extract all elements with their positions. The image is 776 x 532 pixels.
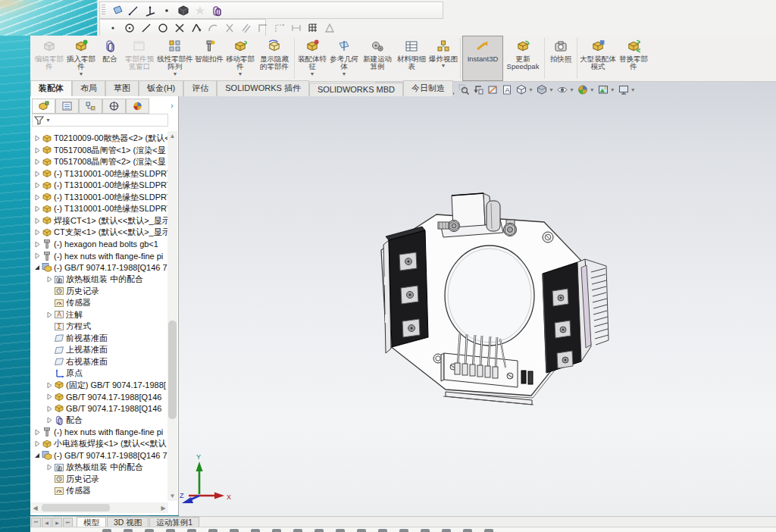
expand-arrow-icon[interactable] xyxy=(45,393,53,400)
display-style-icon[interactable]: ▼ xyxy=(536,83,555,96)
section-view-icon[interactable] xyxy=(487,83,499,96)
grid-icon[interactable] xyxy=(305,20,321,35)
dropdown-caret-icon[interactable]: ▼ xyxy=(569,87,574,92)
ribbon-button-move-component[interactable]: 移动零部件 ▼ xyxy=(224,36,256,81)
model-tab-模型[interactable]: 模型 xyxy=(77,517,106,527)
tab-装配体[interactable]: 装配体 xyxy=(30,80,72,96)
expand-arrow-icon[interactable] xyxy=(33,158,41,165)
scroll-left-icon[interactable]: ◀ xyxy=(30,502,40,513)
ribbon-button-new-motion-study[interactable]: 新建运动算例 xyxy=(360,36,395,81)
tree-item[interactable]: 小电路板焊接<1> (默认<<默认 xyxy=(30,438,168,450)
expand-arrow-icon[interactable] xyxy=(45,276,53,283)
expand-arrow-icon[interactable] xyxy=(33,252,41,259)
tab-SOLIDWORKS 插件[interactable]: SOLIDWORKS 插件 xyxy=(217,80,309,96)
dropdown-caret-icon[interactable]: ▼ xyxy=(528,87,534,92)
taskbar-icon[interactable] xyxy=(378,529,387,532)
tree-filter-bar[interactable]: ▼ xyxy=(32,114,168,127)
tree-item[interactable]: 传感器 xyxy=(30,485,168,497)
expand-arrow-icon[interactable] xyxy=(33,440,41,447)
ribbon-button-mate[interactable]: 配合 xyxy=(97,36,123,81)
dropdown-caret-icon[interactable]: ▼ xyxy=(342,72,347,77)
expand-arrow-icon[interactable] xyxy=(45,417,53,424)
taskbar-icon[interactable] xyxy=(166,529,175,532)
tree-item[interactable]: T0210009-00散热器<2> (默认< xyxy=(30,133,168,145)
edit-appearance-icon[interactable]: ▼ xyxy=(577,83,596,96)
previous-view-icon[interactable] xyxy=(472,83,485,96)
dropdown-caret-icon[interactable]: ▼ xyxy=(590,87,595,92)
ribbon-button-assembly-features[interactable]: 装配体特征 ▼ xyxy=(296,36,328,81)
taskbar-icon[interactable] xyxy=(230,529,239,532)
tab-今日制造[interactable]: 今日制造 xyxy=(403,80,453,96)
expand-arrow-icon[interactable] xyxy=(33,229,41,236)
tree-item[interactable]: 焊接CT<1> (默认<<默认>_显示 xyxy=(30,215,168,227)
dropdown-caret-icon[interactable]: ▼ xyxy=(238,72,243,77)
taskbar-icon[interactable] xyxy=(314,529,324,532)
dropdown-caret-icon[interactable]: ▼ xyxy=(630,87,636,92)
expand-arrow-icon[interactable] xyxy=(33,171,41,177)
tree-item[interactable]: 放热板组装 中的配合 xyxy=(30,462,168,474)
tree-item[interactable]: (-) hex nuts with flange-fine pi xyxy=(30,250,168,262)
dropdown-caret-icon[interactable]: ▼ xyxy=(310,72,315,77)
collapse-arrow-icon[interactable] xyxy=(33,452,41,458)
taskbar-icon[interactable] xyxy=(208,529,217,532)
taskbar-icon[interactable] xyxy=(442,529,451,532)
tab-草图[interactable]: 草图 xyxy=(105,80,139,96)
expand-arrow-icon[interactable] xyxy=(45,464,53,471)
expand-arrow-icon[interactable] xyxy=(45,382,53,389)
expand-arrow-icon[interactable] xyxy=(45,311,53,318)
taskbar-icon[interactable] xyxy=(293,529,302,532)
tree-item[interactable]: (-) hexagon head bolts gb<1 xyxy=(30,239,168,251)
tree-item[interactable]: (-) hex nuts with flange-fine pi xyxy=(30,427,168,439)
tree-item[interactable]: T0517008晶闸管<1> (渲染<显 xyxy=(30,145,168,157)
tab-布局[interactable]: 布局 xyxy=(72,80,105,96)
tree-item[interactable]: A 注解 xyxy=(30,309,168,321)
tree-item[interactable]: T0517008晶闸管<2> (渲染<显 xyxy=(30,156,168,168)
tree-item[interactable]: 配合 xyxy=(30,415,168,427)
filter-caret-icon[interactable]: ▼ xyxy=(45,117,51,123)
scrollbar-thumb[interactable] xyxy=(42,504,110,512)
triad-icon[interactable] xyxy=(142,3,158,17)
tree-item[interactable]: 放热板组装 中的配合 xyxy=(30,274,168,286)
model-left-module[interactable] xyxy=(383,227,428,353)
ribbon-button-smart-fasteners[interactable]: 智能扣件 xyxy=(194,36,224,81)
taskbar-icon[interactable] xyxy=(145,529,154,532)
tree-item[interactable]: (-) T1310001-00绝缘垫SLDPRT xyxy=(30,203,168,215)
scroll-right-icon[interactable]: ▶ xyxy=(158,502,168,513)
angle-lines-icon[interactable] xyxy=(188,20,205,35)
expand-arrow-icon[interactable] xyxy=(33,182,41,189)
taskbar-icon[interactable] xyxy=(336,529,345,532)
tree-item[interactable]: 原点 xyxy=(30,368,168,380)
dropdown-caret-icon[interactable]: ▼ xyxy=(549,87,554,92)
ribbon-button-update-speedpak[interactable]: 更新 Speedpak xyxy=(503,36,543,81)
tree-item[interactable]: (-) T1310001-00绝缘垫SLDPRT xyxy=(30,192,168,204)
model-center-hole[interactable] xyxy=(445,246,534,346)
tab-SOLIDWORKS MBD[interactable]: SOLIDWORKS MBD xyxy=(309,83,403,96)
tree-item[interactable]: Σ 方程式 xyxy=(30,321,168,333)
circle-center-icon[interactable] xyxy=(121,20,138,35)
tree-item[interactable]: CT支架<1> (默认<<默认>_显示 xyxy=(30,227,168,239)
taskbar-icon[interactable] xyxy=(463,529,472,532)
model-heatsink[interactable] xyxy=(577,259,609,361)
taskbar-icon[interactable] xyxy=(272,529,281,532)
dropdown-caret-icon[interactable]: ▼ xyxy=(173,72,178,77)
tree-item[interactable]: GB/T 9074.17-1988[Q146 xyxy=(30,403,168,415)
sketch-line-icon[interactable] xyxy=(125,3,142,17)
tree-item[interactable]: 传感器 xyxy=(30,297,168,309)
taskbar-icon[interactable] xyxy=(124,529,133,532)
ribbon-button-linear-pattern[interactable]: 线性零部件阵列 ▼ xyxy=(156,36,194,81)
point-icon[interactable] xyxy=(158,3,175,17)
expand-arrow-icon[interactable] xyxy=(45,405,53,412)
apply-scene-icon[interactable]: ▼ xyxy=(597,83,616,96)
ribbon-button-show-hidden-components[interactable]: 显示隐藏的零部件 xyxy=(256,36,293,81)
dropdown-caret-icon[interactable]: ▼ xyxy=(610,87,615,92)
ribbon-button-exploded-view[interactable]: 爆炸视图 ▼ xyxy=(428,36,458,81)
view-settings-icon[interactable]: ▼ xyxy=(618,83,637,96)
dropdown-caret-icon[interactable]: ▼ xyxy=(79,72,84,77)
point-icon[interactable] xyxy=(105,20,121,35)
expand-arrow-icon[interactable] xyxy=(33,194,41,201)
panel-overflow-button[interactable]: › xyxy=(167,99,177,112)
collapse-arrow-icon[interactable] xyxy=(33,264,41,271)
tree-item[interactable]: (-) GB/T 9074.17-1988[Q146 7 xyxy=(30,450,168,462)
model-right-module[interactable] xyxy=(543,262,581,373)
annotation-view-icon[interactable]: A xyxy=(501,83,514,96)
